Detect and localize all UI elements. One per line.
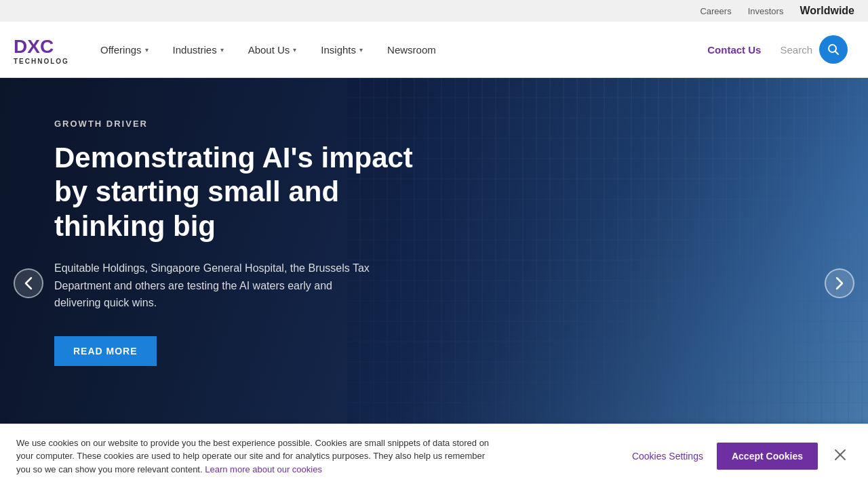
main-nav: DXC TECHNOLOGY Offerings ▾ Industries ▾ … [0, 22, 868, 78]
investors-link[interactable]: Investors [748, 6, 784, 16]
dxc-logo: DXC TECHNOLOGY [14, 31, 68, 68]
cookie-close-button[interactable] [829, 446, 852, 466]
hero-description: Equitable Holdings, Singapore General Ho… [54, 260, 380, 312]
close-icon [834, 449, 846, 461]
industries-chevron: ▾ [220, 46, 224, 54]
newsroom-nav-item[interactable]: Newsroom [375, 22, 448, 78]
search-area: Search [773, 35, 854, 64]
search-button[interactable] [819, 35, 848, 64]
carousel-next-button[interactable] [825, 268, 854, 298]
cookie-learn-more-link[interactable]: Learn more about our cookies [205, 464, 322, 474]
insights-nav-item[interactable]: Insights ▾ [309, 22, 375, 78]
cookie-text: We use cookies on our website to provide… [16, 436, 491, 476]
svg-text:TECHNOLOGY: TECHNOLOGY [14, 58, 68, 65]
search-icon [827, 43, 840, 56]
hero-cta-button[interactable]: READ MORE [54, 336, 157, 366]
careers-link[interactable]: Careers [700, 6, 731, 16]
hero-label: GROWTH DRIVER [54, 119, 448, 129]
about-us-nav-item[interactable]: About Us ▾ [236, 22, 309, 78]
industries-nav-item[interactable]: Industries ▾ [161, 22, 236, 78]
accept-cookies-button[interactable]: Accept Cookies [717, 443, 818, 470]
offerings-nav-item[interactable]: Offerings ▾ [88, 22, 161, 78]
search-label[interactable]: Search [780, 44, 812, 56]
chevron-right-icon [835, 277, 844, 290]
offerings-chevron: ▾ [145, 46, 149, 54]
nav-links: Offerings ▾ Industries ▾ About Us ▾ Insi… [88, 22, 773, 78]
insights-chevron: ▾ [359, 46, 363, 54]
worldwide-link[interactable]: Worldwide [800, 5, 854, 17]
carousel-prev-button[interactable] [14, 268, 43, 298]
top-bar: Careers Investors Worldwide [0, 0, 868, 22]
logo-area[interactable]: DXC TECHNOLOGY [14, 31, 68, 68]
cookie-banner: We use cookies on our website to provide… [0, 424, 868, 489]
svg-text:DXC: DXC [14, 36, 54, 57]
hero-content: GROWTH DRIVER Demonstrating AI's impact … [54, 119, 448, 366]
chevron-left-icon [24, 277, 33, 290]
cookies-settings-button[interactable]: Cookies Settings [629, 445, 706, 467]
svg-line-3 [835, 52, 839, 55]
cookie-actions: Cookies Settings Accept Cookies [629, 443, 852, 470]
contact-us-nav-item[interactable]: Contact Us [695, 22, 773, 78]
about-us-chevron: ▾ [293, 46, 296, 54]
hero-title: Demonstrating AI's impact by starting sm… [54, 141, 448, 243]
